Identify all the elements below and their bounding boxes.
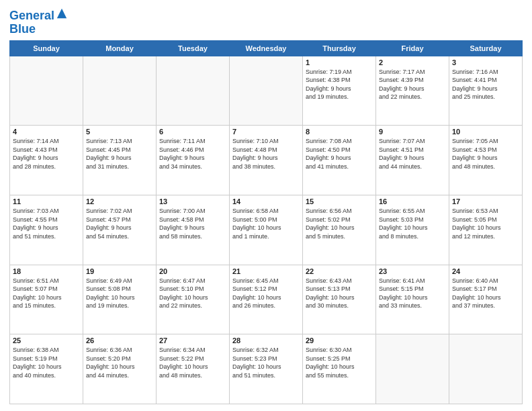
day-info: Sunrise: 6:49 AM Sunset: 5:08 PM Dayligh…: [86, 277, 153, 310]
week-row-2: 4Sunrise: 7:14 AM Sunset: 4:43 PM Daylig…: [10, 126, 523, 195]
weekday-header-friday: Friday: [376, 40, 449, 56]
day-info: Sunrise: 6:34 AM Sunset: 5:22 PM Dayligh…: [159, 346, 226, 379]
calendar-cell: 23Sunrise: 6:41 AM Sunset: 5:15 PM Dayli…: [376, 265, 449, 334]
day-number: 24: [452, 267, 519, 275]
day-info: Sunrise: 7:00 AM Sunset: 4:58 PM Dayligh…: [159, 207, 226, 240]
day-info: Sunrise: 6:58 AM Sunset: 5:00 PM Dayligh…: [232, 207, 300, 240]
day-info: Sunrise: 7:13 AM Sunset: 4:45 PM Dayligh…: [86, 137, 153, 171]
day-number: 19: [86, 267, 153, 275]
day-info: Sunrise: 7:10 AM Sunset: 4:48 PM Dayligh…: [232, 137, 300, 171]
calendar-cell: [449, 334, 523, 404]
weekday-header-tuesday: Tuesday: [157, 40, 230, 56]
day-number: 26: [86, 336, 153, 345]
day-number: 12: [86, 197, 153, 205]
calendar-cell: 7Sunrise: 7:10 AM Sunset: 4:48 PM Daylig…: [230, 126, 303, 195]
calendar-cell: 15Sunrise: 6:56 AM Sunset: 5:02 PM Dayli…: [303, 195, 376, 265]
calendar-cell: 28Sunrise: 6:32 AM Sunset: 5:23 PM Dayli…: [230, 334, 303, 404]
day-info: Sunrise: 7:05 AM Sunset: 4:53 PM Dayligh…: [452, 137, 519, 171]
calendar-cell: 2Sunrise: 7:17 AM Sunset: 4:39 PM Daylig…: [376, 56, 449, 126]
calendar-cell: 4Sunrise: 7:14 AM Sunset: 4:43 PM Daylig…: [10, 126, 83, 195]
calendar-cell: 10Sunrise: 7:05 AM Sunset: 4:53 PM Dayli…: [449, 126, 523, 195]
day-info: Sunrise: 6:43 AM Sunset: 5:13 PM Dayligh…: [306, 277, 373, 310]
day-info: Sunrise: 7:11 AM Sunset: 4:46 PM Dayligh…: [159, 137, 226, 171]
logo-text: General Blue: [9, 9, 68, 36]
day-info: Sunrise: 6:53 AM Sunset: 5:05 PM Dayligh…: [452, 207, 519, 240]
week-row-5: 25Sunrise: 6:38 AM Sunset: 5:19 PM Dayli…: [10, 334, 523, 404]
calendar-table: SundayMondayTuesdayWednesdayThursdayFrid…: [9, 40, 523, 404]
day-number: 10: [452, 128, 519, 136]
logo: General Blue: [9, 9, 68, 36]
day-info: Sunrise: 7:08 AM Sunset: 4:50 PM Dayligh…: [306, 137, 373, 171]
calendar-cell: 27Sunrise: 6:34 AM Sunset: 5:22 PM Dayli…: [157, 334, 230, 404]
calendar-cell: [230, 56, 303, 126]
day-info: Sunrise: 6:47 AM Sunset: 5:10 PM Dayligh…: [159, 277, 226, 310]
calendar-cell: 18Sunrise: 6:51 AM Sunset: 5:07 PM Dayli…: [10, 265, 83, 334]
calendar-cell: 25Sunrise: 6:38 AM Sunset: 5:19 PM Dayli…: [10, 334, 83, 404]
calendar-cell: 8Sunrise: 7:08 AM Sunset: 4:50 PM Daylig…: [303, 126, 376, 195]
calendar-cell: [83, 56, 157, 126]
day-number: 15: [306, 197, 373, 205]
calendar-cell: [376, 334, 449, 404]
day-number: 11: [13, 197, 80, 205]
svg-marker-0: [57, 9, 66, 18]
calendar-cell: 22Sunrise: 6:43 AM Sunset: 5:13 PM Dayli…: [303, 265, 376, 334]
day-number: 7: [232, 128, 300, 136]
day-info: Sunrise: 7:19 AM Sunset: 4:38 PM Dayligh…: [306, 68, 373, 101]
day-info: Sunrise: 6:36 AM Sunset: 5:20 PM Dayligh…: [86, 346, 153, 379]
calendar-cell: 1Sunrise: 7:19 AM Sunset: 4:38 PM Daylig…: [303, 56, 376, 126]
weekday-header-sunday: Sunday: [10, 40, 83, 56]
day-number: 3: [452, 58, 519, 66]
week-row-1: 1Sunrise: 7:19 AM Sunset: 4:38 PM Daylig…: [10, 56, 523, 126]
calendar-cell: [157, 56, 230, 126]
calendar-cell: 21Sunrise: 6:45 AM Sunset: 5:12 PM Dayli…: [230, 265, 303, 334]
header: General Blue: [9, 7, 523, 36]
calendar-cell: 13Sunrise: 7:00 AM Sunset: 4:58 PM Dayli…: [157, 195, 230, 265]
calendar-cell: 16Sunrise: 6:55 AM Sunset: 5:03 PM Dayli…: [376, 195, 449, 265]
day-number: 28: [232, 336, 300, 345]
calendar-cell: 12Sunrise: 7:02 AM Sunset: 4:57 PM Dayli…: [83, 195, 157, 265]
day-number: 23: [379, 267, 446, 275]
day-number: 16: [379, 197, 446, 205]
day-info: Sunrise: 6:40 AM Sunset: 5:17 PM Dayligh…: [452, 277, 519, 310]
day-number: 2: [379, 58, 446, 66]
day-number: 1: [306, 58, 373, 66]
day-number: 29: [306, 336, 373, 345]
day-info: Sunrise: 6:55 AM Sunset: 5:03 PM Dayligh…: [379, 207, 446, 240]
calendar-cell: 11Sunrise: 7:03 AM Sunset: 4:55 PM Dayli…: [10, 195, 83, 265]
weekday-header-row: SundayMondayTuesdayWednesdayThursdayFrid…: [10, 40, 523, 56]
day-info: Sunrise: 7:07 AM Sunset: 4:51 PM Dayligh…: [379, 137, 446, 171]
weekday-header-wednesday: Wednesday: [230, 40, 303, 56]
calendar-cell: 9Sunrise: 7:07 AM Sunset: 4:51 PM Daylig…: [376, 126, 449, 195]
day-info: Sunrise: 7:03 AM Sunset: 4:55 PM Dayligh…: [13, 207, 80, 240]
day-info: Sunrise: 6:41 AM Sunset: 5:15 PM Dayligh…: [379, 277, 446, 310]
calendar-cell: [10, 56, 83, 126]
weekday-header-saturday: Saturday: [449, 40, 523, 56]
day-number: 6: [159, 128, 226, 136]
calendar-cell: 26Sunrise: 6:36 AM Sunset: 5:20 PM Dayli…: [83, 334, 157, 404]
day-number: 25: [13, 336, 80, 345]
calendar-cell: 3Sunrise: 7:16 AM Sunset: 4:41 PM Daylig…: [449, 56, 523, 126]
calendar-cell: 20Sunrise: 6:47 AM Sunset: 5:10 PM Dayli…: [157, 265, 230, 334]
week-row-4: 18Sunrise: 6:51 AM Sunset: 5:07 PM Dayli…: [10, 265, 523, 334]
day-info: Sunrise: 7:02 AM Sunset: 4:57 PM Dayligh…: [86, 207, 153, 240]
weekday-header-monday: Monday: [83, 40, 157, 56]
calendar-cell: 6Sunrise: 7:11 AM Sunset: 4:46 PM Daylig…: [157, 126, 230, 195]
day-info: Sunrise: 6:45 AM Sunset: 5:12 PM Dayligh…: [232, 277, 300, 310]
calendar-cell: 17Sunrise: 6:53 AM Sunset: 5:05 PM Dayli…: [449, 195, 523, 265]
day-info: Sunrise: 6:32 AM Sunset: 5:23 PM Dayligh…: [232, 346, 300, 379]
day-number: 17: [452, 197, 519, 205]
day-number: 9: [379, 128, 446, 136]
day-info: Sunrise: 7:14 AM Sunset: 4:43 PM Dayligh…: [13, 137, 80, 171]
day-number: 8: [306, 128, 373, 136]
day-info: Sunrise: 6:51 AM Sunset: 5:07 PM Dayligh…: [13, 277, 80, 310]
day-number: 5: [86, 128, 153, 136]
day-info: Sunrise: 6:56 AM Sunset: 5:02 PM Dayligh…: [306, 207, 373, 240]
day-number: 20: [159, 267, 226, 275]
calendar-cell: 19Sunrise: 6:49 AM Sunset: 5:08 PM Dayli…: [83, 265, 157, 334]
weekday-header-thursday: Thursday: [303, 40, 376, 56]
day-number: 13: [159, 197, 226, 205]
day-number: 18: [13, 267, 80, 275]
page: General Blue SundayMondayTuesdayWednesda…: [0, 0, 532, 411]
logo-icon: [56, 7, 68, 19]
calendar-cell: 5Sunrise: 7:13 AM Sunset: 4:45 PM Daylig…: [83, 126, 157, 195]
